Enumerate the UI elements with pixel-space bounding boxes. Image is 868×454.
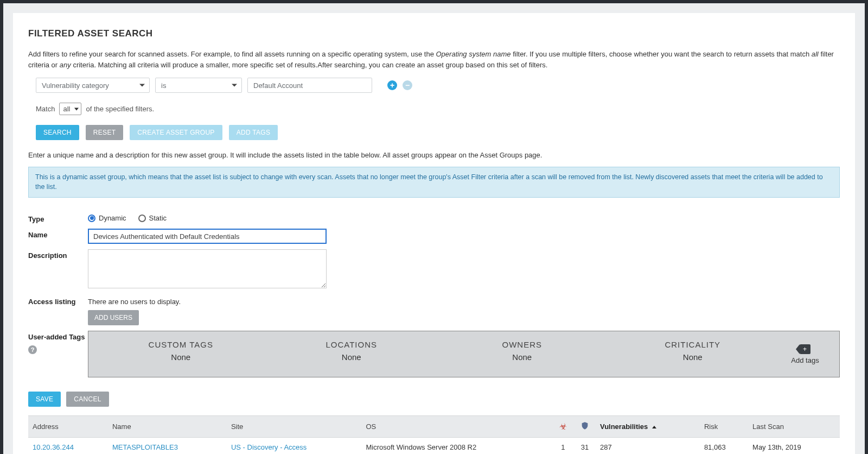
filter-field-select[interactable]: Vulnerability category [36,78,150,93]
locations-value: None [269,352,435,362]
add-tags-label: Add tags [791,356,819,364]
intro-text: Add filters to refine your search for sc… [28,49,840,70]
type-radio-static[interactable]: Static [138,214,167,222]
table-row[interactable]: 10.20.36.244 METASPLOITABLE3 US - Discov… [28,438,840,455]
th-os[interactable]: OS [362,416,552,438]
th-vulnerabilities[interactable]: Vulnerabilities [596,416,700,438]
remove-filter-icon[interactable]: − [403,80,412,90]
add-tags-pill[interactable]: + [800,344,810,354]
search-button[interactable]: SEARCH [36,125,79,140]
access-listing-label: Access listing [28,295,88,306]
owners-header: OWNERS [439,340,605,349]
match-select[interactable]: all [59,103,81,115]
name-label: Name [28,229,88,239]
filter-operator-label: is [161,81,166,90]
add-users-button[interactable]: ADD USERS [88,310,139,325]
th-site[interactable]: Site [227,416,362,438]
description-label: Description [28,249,88,260]
create-asset-group-button[interactable]: CREATE ASSET GROUP [130,125,222,140]
th-malware[interactable]: ☣ [552,416,574,438]
assets-table: Address Name Site OS ☣ Vulnerabilities R… [28,415,840,454]
radio-checked-icon [88,215,95,222]
action-buttons: SEARCH RESET CREATE ASSET GROUP ADD TAGS [36,125,840,140]
add-filter-icon[interactable]: + [387,80,397,90]
cancel-button[interactable]: CANCEL [66,392,108,407]
criticality-header: CRITICALITY [610,340,776,349]
group-note: Enter a unique name and a description fo… [28,151,840,159]
add-tags-button[interactable]: ADD TAGS [229,125,278,140]
chevron-down-icon [74,108,79,110]
locations-header: LOCATIONS [269,340,435,349]
sort-asc-icon [652,426,656,428]
filter-field-label: Vulnerability category [42,81,109,90]
type-dynamic-label: Dynamic [99,214,126,222]
save-button[interactable]: SAVE [28,392,61,407]
description-textarea[interactable] [88,249,327,288]
cell-risk: 81,063 [700,438,748,455]
intro-all: all [812,50,819,58]
custom-tags-header: CUSTOM TAGS [98,340,264,349]
intro-any: any [60,61,71,69]
reset-button[interactable]: RESET [86,125,124,140]
filter-value-label: Default Account [253,81,303,90]
intro-mid: filter. If you use multiple filters, cho… [513,50,812,58]
dynamic-group-info: This is a dynamic asset group, which mea… [28,167,840,198]
intro-pre: Add filters to refine your search for sc… [28,50,436,58]
th-address[interactable]: Address [28,416,108,438]
filter-value-input[interactable]: Default Account [247,78,372,93]
user-tags-box: CUSTOM TAGS None LOCATIONS None OWNERS N… [88,331,840,377]
th-risk[interactable]: Risk [700,416,748,438]
intro-end: criteria. Matching all criteria will pro… [73,61,547,69]
owners-value: None [439,352,605,362]
chevron-down-icon [232,84,237,87]
cell-address[interactable]: 10.20.36.244 [28,438,108,455]
name-input[interactable] [88,229,327,244]
biohazard-icon: ☣ [559,422,567,431]
cell-os: Microsoft Windows Server 2008 R2 [362,438,552,455]
cell-site[interactable]: US - Discovery - Access [227,438,362,455]
filter-row: Vulnerability category is Default Accoun… [36,78,840,93]
type-radio-dynamic[interactable]: Dynamic [88,214,126,222]
th-last-scan[interactable]: Last Scan [748,416,840,438]
user-tags-label: User-added Tags [28,333,88,341]
custom-tags-value: None [98,352,264,362]
filter-operator-select[interactable]: is [155,78,242,93]
cell-name[interactable]: METASPLOITABLE3 [108,438,227,455]
intro-os-name: Operating system name [436,50,511,58]
chevron-down-icon [139,84,145,87]
th-name[interactable]: Name [108,416,227,438]
cell-malware: 1 [552,438,574,455]
th-exploit[interactable] [574,416,596,438]
vulns-label: Vulnerabilities [600,423,648,431]
match-suffix: of the specified filters. [86,105,154,113]
match-value: all [63,105,70,113]
cell-exploit: 31 [574,438,596,455]
shield-icon [580,421,589,430]
radio-unchecked-icon [138,215,146,222]
cell-last-scan: May 13th, 2019 [748,438,840,455]
match-row: Match all of the specified filters. [36,103,840,115]
page-title: FILTERED ASSET SEARCH [28,28,840,39]
type-label: Type [28,213,88,223]
criticality-value: None [610,352,776,362]
match-prefix: Match [36,105,55,113]
access-empty-text: There are no users to display. [88,295,840,306]
help-icon[interactable]: ? [28,345,37,354]
type-static-label: Static [149,214,167,222]
cell-vulns: 287 [596,438,700,455]
plus-icon: + [803,345,807,353]
